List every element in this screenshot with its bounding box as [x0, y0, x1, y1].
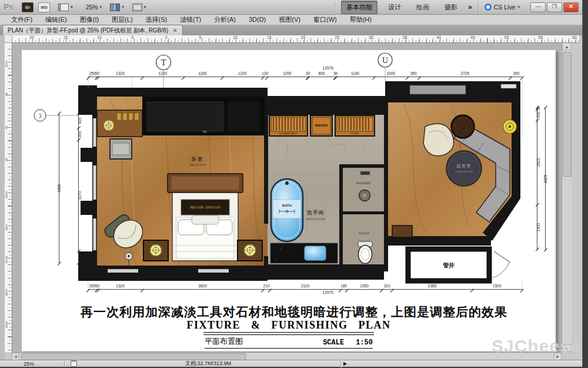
- dim-value: 2725: [460, 72, 469, 76]
- arrange-documents-dropdown[interactable]: ▾: [110, 4, 124, 11]
- menu-file[interactable]: 文件(F): [5, 15, 39, 25]
- workspace-photography[interactable]: 摄影: [440, 1, 462, 14]
- menu-bar: 文件(F) 编辑(E) 图像(I) 图层(L) 选择(S) 滤镜(T) 分析(A…: [0, 15, 582, 25]
- menu-layer[interactable]: 图层(L): [105, 15, 139, 25]
- nightstand-left: [143, 240, 168, 261]
- dim-value: 1160: [199, 72, 207, 76]
- dim-segment: 800: [308, 71, 335, 77]
- dim-segment: 1200: [267, 71, 307, 77]
- dim-value: 1200: [283, 72, 291, 76]
- status-zoom-field[interactable]: 25%: [0, 361, 65, 367]
- close-button[interactable]: ✕: [563, 2, 579, 12]
- dim-value: 2385: [428, 284, 436, 289]
- workspace-design[interactable]: 设计: [383, 1, 406, 14]
- dim-segment: 310: [382, 284, 392, 289]
- dim-segment: 1400: [532, 205, 537, 250]
- dimension-col-left-inner: 4253503270350: [73, 114, 79, 263]
- dimension-row-top: 12975 2505013201220116012201301200308003…: [88, 71, 522, 77]
- arrange-documents-icon: [110, 4, 120, 11]
- screen-mode-dropdown[interactable]: ▾: [132, 4, 146, 11]
- dim-segment: 1500: [472, 284, 522, 289]
- workspace-essentials[interactable]: 基本功能: [341, 1, 377, 14]
- living-label-en: LIVING ROOM: [455, 170, 473, 173]
- vertical-scroll-thumb[interactable]: [563, 52, 572, 177]
- status-options-button[interactable]: ▶: [341, 361, 349, 366]
- chevron-down-icon: ▾: [144, 5, 146, 9]
- ruler-number: 30: [5, 321, 9, 329]
- menu-filter[interactable]: 滤镜(T): [173, 15, 208, 25]
- scroll-up-icon[interactable]: ▲: [562, 42, 572, 50]
- ruler-number: 0: [5, 126, 9, 130]
- lounge-chair: [423, 124, 454, 156]
- dim-value: 3600: [198, 284, 206, 289]
- workspace-overflow-button[interactable]: »: [468, 3, 472, 11]
- document-tab[interactable]: PLAN（平面）异型-FF.psd @ 25% (PDF线框层 副本, RGB/…: [2, 25, 183, 35]
- screen-mode-icon: [132, 4, 142, 11]
- dim-value: 1320: [116, 72, 124, 76]
- dim-value: 1000: [387, 72, 395, 76]
- dim-segment: 2120: [270, 284, 341, 289]
- vanity-counter: [270, 243, 338, 263]
- cs-live-dropdown[interactable]: CS Live ▾: [485, 4, 520, 11]
- separator: [478, 2, 479, 12]
- dim-value: 350: [410, 72, 417, 76]
- tv-label: TV: [202, 130, 206, 134]
- menu-3d[interactable]: 3D(D): [242, 15, 272, 25]
- round-rug: [446, 151, 482, 186]
- plan-caption: 再一次利用加深减淡工具对石材和地毯明暗进行调整，上图是调整后的效果: [22, 304, 556, 320]
- dim-segment: 250: [88, 71, 96, 77]
- mini-bridge-button[interactable]: Mb: [38, 2, 50, 12]
- document-title: PLAN（平面）异型-FF.psd @ 25% (PDF线框层 副本, RGB/…: [8, 26, 168, 35]
- title-underline: [203, 332, 374, 335]
- menu-help[interactable]: 帮助(H): [343, 15, 378, 25]
- launch-icon: [58, 4, 69, 11]
- bedroom-label-zh: 卧室: [192, 156, 203, 162]
- canvas-area[interactable]: T U 3 卧室 BED ROOM TV BED SIZE: 1: [12, 42, 562, 352]
- ruler-corner: [5, 35, 12, 43]
- dim-segment: 180: [340, 284, 346, 289]
- restore-button[interactable]: ❐: [547, 2, 562, 12]
- ruler-number: 10: [5, 191, 9, 199]
- menu-view[interactable]: 视图(V): [272, 15, 307, 25]
- dim-segment: 130: [263, 71, 267, 77]
- zoom-level-dropdown[interactable]: 25% ▾: [81, 4, 102, 11]
- ruler-number: 15: [5, 224, 9, 231]
- launch-menu[interactable]: ▾: [58, 4, 73, 11]
- dim-value: 350: [513, 72, 520, 76]
- dim-segment: 3600: [142, 284, 263, 289]
- ruler-number: 55: [539, 35, 543, 39]
- menu-window[interactable]: 窗口(W): [307, 15, 343, 25]
- toilet-label: TOILET: [359, 231, 370, 235]
- vertical-scrollbar[interactable]: ▲ ▼: [562, 42, 572, 352]
- zoom-level-value: 25%: [86, 4, 98, 11]
- menu-image[interactable]: 图像(I): [74, 15, 105, 25]
- menu-analysis[interactable]: 分析(A): [208, 15, 242, 25]
- dim-segment: 1160: [183, 71, 222, 77]
- menu-select[interactable]: 选择(S): [139, 15, 174, 25]
- screen: Ps Br Mb ▾ 25% ▾ ▾ ▾ 基本功能 设计 绘画 摄影 »: [0, 0, 588, 368]
- application-bar: Ps Br Mb ▾ 25% ▾ ▾ ▾ 基本功能 设计 绘画 摄影 »: [0, 0, 582, 15]
- status-bar: 25% 文档:32.7M/313.9M ▶: [0, 360, 582, 367]
- window-bench: [110, 139, 132, 159]
- menu-edit[interactable]: 编辑(E): [39, 15, 74, 25]
- dim-value: 210: [263, 284, 269, 289]
- dim-value: 1500: [493, 284, 501, 289]
- minimize-button[interactable]: —: [530, 2, 546, 12]
- shaft-label: 管井: [443, 262, 455, 268]
- vertical-ruler: 105051015202530: [5, 42, 12, 352]
- ruler-number: 50: [505, 35, 509, 39]
- ruler-number: 5: [131, 35, 133, 39]
- workspace-painting[interactable]: 绘画: [412, 1, 434, 14]
- ruler-number: 20: [301, 35, 306, 39]
- tab-close-icon[interactable]: ✕: [173, 28, 178, 34]
- dresser-cabinet: [97, 110, 142, 137]
- dim-value: 310: [384, 284, 390, 289]
- dim-value: 1140: [351, 72, 359, 76]
- dimension-col-left-outer: 4395: [59, 114, 59, 263]
- bridge-button[interactable]: Br: [22, 2, 34, 12]
- mini-bar-label: MINI BAR: [315, 124, 328, 127]
- ruler-number: 35: [403, 35, 407, 39]
- scale-value: 1:50: [356, 339, 373, 347]
- ruler-number: 5: [199, 35, 202, 39]
- horizontal-scrollbar[interactable]: ◄ ►: [12, 352, 562, 360]
